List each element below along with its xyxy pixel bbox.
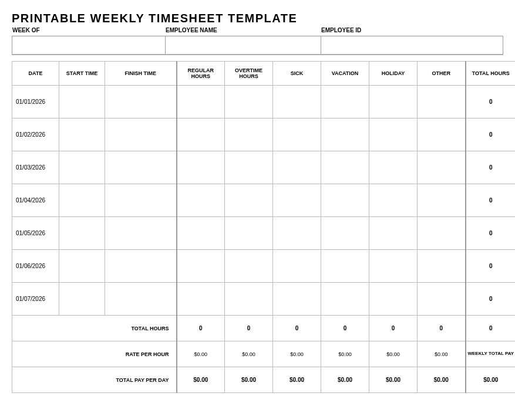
sick-cell[interactable] — [273, 86, 321, 118]
employee-name-label: EMPLOYEE NAME — [166, 27, 217, 33]
pay-weekly: $0.00 — [466, 367, 516, 393]
overtime-cell[interactable] — [225, 217, 273, 250]
sick-cell[interactable] — [273, 184, 321, 217]
header-info: WEEK OF EMPLOYEE NAME EMPLOYEE ID — [12, 36, 503, 55]
other-cell[interactable] — [418, 118, 466, 151]
total-other: 0 — [418, 316, 466, 341]
date-cell: 01/06/2026 — [12, 250, 59, 283]
date-cell: 01/02/2026 — [12, 118, 59, 151]
total-cell: 0 — [466, 86, 516, 118]
pay-reg: $0.00 — [177, 367, 225, 393]
pay-other: $0.00 — [418, 367, 466, 393]
total-vac: 0 — [321, 316, 369, 341]
start-time-cell[interactable] — [59, 217, 105, 250]
overtime-cell[interactable] — [225, 86, 273, 118]
date-cell: 01/05/2026 — [12, 217, 59, 250]
table-row: 01/05/20260 — [12, 217, 516, 250]
employee-id-input[interactable] — [321, 36, 507, 54]
start-time-cell[interactable] — [59, 283, 105, 316]
other-cell[interactable] — [418, 86, 466, 118]
overtime-cell[interactable] — [225, 283, 273, 316]
vacation-cell[interactable] — [321, 217, 369, 250]
other-cell[interactable] — [418, 217, 466, 250]
regular-cell[interactable] — [177, 217, 225, 250]
col-overtime-hours: OVERTIME HOURS — [225, 62, 273, 86]
col-finish-time: FINISH TIME — [105, 62, 177, 86]
holiday-cell[interactable] — [369, 283, 418, 316]
start-time-cell[interactable] — [59, 151, 105, 184]
page-title: PRINTABLE WEEKLY TIMESHEET TEMPLATE — [12, 12, 503, 25]
week-of-input[interactable] — [12, 36, 165, 54]
sick-cell[interactable] — [273, 217, 321, 250]
regular-cell[interactable] — [177, 118, 225, 151]
timesheet-table: DATE START TIME FINISH TIME REGULAR HOUR… — [12, 61, 515, 393]
pay-sick: $0.00 — [273, 367, 321, 393]
other-cell[interactable] — [418, 184, 466, 217]
finish-time-cell[interactable] — [105, 217, 177, 250]
start-time-cell[interactable] — [59, 86, 105, 118]
vacation-cell[interactable] — [321, 283, 369, 316]
finish-time-cell[interactable] — [105, 184, 177, 217]
sick-cell[interactable] — [273, 250, 321, 283]
total-sick: 0 — [273, 316, 321, 341]
finish-time-cell[interactable] — [105, 86, 177, 118]
start-time-cell[interactable] — [59, 184, 105, 217]
regular-cell[interactable] — [177, 184, 225, 217]
rate-reg: $0.00 — [177, 341, 225, 367]
finish-time-cell[interactable] — [105, 151, 177, 184]
overtime-cell[interactable] — [225, 151, 273, 184]
sick-cell[interactable] — [273, 151, 321, 184]
rate-label: RATE PER HOUR — [12, 341, 177, 367]
col-regular-hours: REGULAR HOURS — [177, 62, 225, 86]
regular-cell[interactable] — [177, 86, 225, 118]
col-holiday: HOLIDAY — [369, 62, 418, 86]
date-cell: 01/03/2026 — [12, 151, 59, 184]
col-date: DATE — [12, 62, 59, 86]
col-sick: SICK — [273, 62, 321, 86]
vacation-cell[interactable] — [321, 184, 369, 217]
overtime-cell[interactable] — [225, 118, 273, 151]
holiday-cell[interactable] — [369, 250, 418, 283]
table-row: 01/01/20260 — [12, 86, 516, 118]
total-ot: 0 — [225, 316, 273, 341]
week-of-label: WEEK OF — [12, 27, 40, 33]
col-start-time: START TIME — [59, 62, 105, 86]
vacation-cell[interactable] — [321, 86, 369, 118]
rate-row: RATE PER HOUR $0.00 $0.00 $0.00 $0.00 $0… — [12, 341, 516, 367]
vacation-cell[interactable] — [321, 250, 369, 283]
other-cell[interactable] — [418, 250, 466, 283]
regular-cell[interactable] — [177, 151, 225, 184]
col-vacation: VACATION — [321, 62, 369, 86]
finish-time-cell[interactable] — [105, 283, 177, 316]
total-pay-row: TOTAL PAY PER DAY $0.00 $0.00 $0.00 $0.0… — [12, 367, 516, 393]
total-cell: 0 — [466, 118, 516, 151]
finish-time-cell[interactable] — [105, 118, 177, 151]
holiday-cell[interactable] — [369, 86, 418, 118]
total-grand: 0 — [466, 316, 516, 341]
sick-cell[interactable] — [273, 118, 321, 151]
total-cell: 0 — [466, 283, 516, 316]
overtime-cell[interactable] — [225, 184, 273, 217]
overtime-cell[interactable] — [225, 250, 273, 283]
vacation-cell[interactable] — [321, 118, 369, 151]
vacation-cell[interactable] — [321, 151, 369, 184]
finish-time-cell[interactable] — [105, 250, 177, 283]
employee-name-input[interactable] — [166, 36, 321, 54]
holiday-cell[interactable] — [369, 217, 418, 250]
holiday-cell[interactable] — [369, 184, 418, 217]
weekly-total-pay-label: WEEKLY TOTAL PAY — [466, 341, 516, 367]
regular-cell[interactable] — [177, 283, 225, 316]
rate-hol: $0.00 — [369, 341, 418, 367]
table-row: 01/03/20260 — [12, 151, 516, 184]
other-cell[interactable] — [418, 283, 466, 316]
holiday-cell[interactable] — [369, 151, 418, 184]
table-row: 01/02/20260 — [12, 118, 516, 151]
total-cell: 0 — [466, 151, 516, 184]
other-cell[interactable] — [418, 151, 466, 184]
sick-cell[interactable] — [273, 283, 321, 316]
regular-cell[interactable] — [177, 250, 225, 283]
holiday-cell[interactable] — [369, 118, 418, 151]
employee-id-label: EMPLOYEE ID — [321, 27, 361, 33]
start-time-cell[interactable] — [59, 250, 105, 283]
start-time-cell[interactable] — [59, 118, 105, 151]
